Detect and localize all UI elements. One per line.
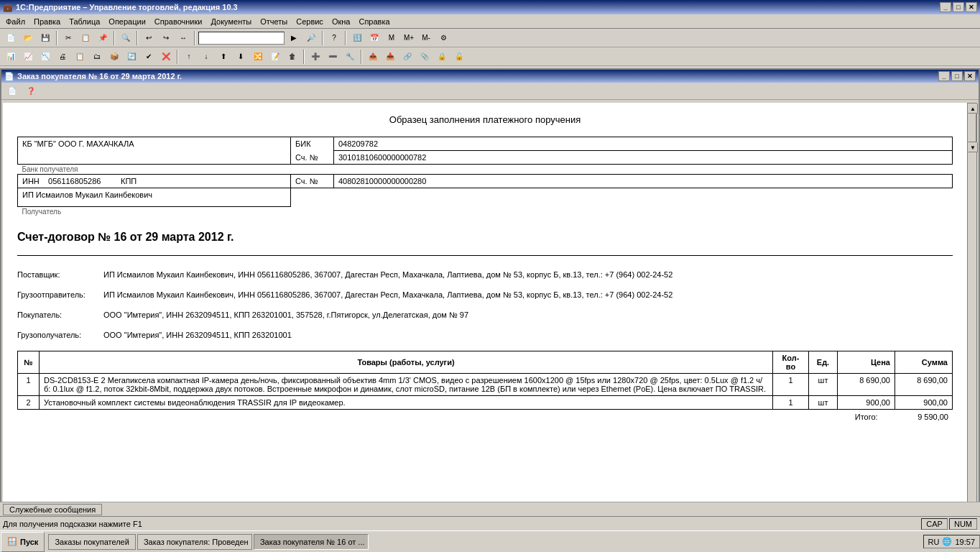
start-button[interactable]: 🪟 Пуск [1, 532, 45, 552]
supplier-value: ИП Исмаилов Мукаил Каинбекович, ИНН 0561… [103, 267, 953, 282]
doc-minimize[interactable]: _ [938, 71, 950, 81]
menu-windows[interactable]: Окна [328, 16, 355, 27]
recipient-name-cell: ИП Исмаилов Мукаил Каинбекович [18, 188, 291, 207]
extra-btn1[interactable]: ↔ [175, 30, 191, 46]
extra-btn3[interactable]: M+ [401, 30, 417, 46]
total-label: Итого: [855, 413, 878, 421]
tb2-btn10[interactable]: ❌ [158, 49, 174, 65]
copy-button[interactable]: 📋 [78, 30, 93, 46]
extra-btn2[interactable]: M [384, 30, 399, 46]
tb2-btn20[interactable]: 🔧 [342, 49, 358, 65]
doc-close[interactable]: ✕ [964, 71, 976, 81]
go-button[interactable]: ▶ [286, 30, 302, 46]
paste-button[interactable]: 📌 [95, 30, 111, 46]
tb2-btn11[interactable]: ↑ [181, 49, 197, 65]
scroll-up-button[interactable]: ▲ [968, 104, 978, 114]
tb2-btn19[interactable]: ➖ [325, 49, 341, 65]
buyer-value: ООО "Имтерия", ИНН 2632094511, КПП 26320… [103, 308, 953, 322]
doc-icon-btn[interactable]: 📄 [4, 83, 20, 99]
service-messages-bar: Служебные сообщения [0, 502, 980, 516]
tb2-btn14[interactable]: ⬇ [233, 49, 249, 65]
doc-help-btn[interactable]: ❓ [23, 83, 39, 99]
tb2-btn23[interactable]: 🔗 [399, 49, 415, 65]
bik-label-cell: БИК [291, 137, 334, 151]
separator-3 [137, 31, 138, 45]
doc-content-area[interactable]: Образец заполнения платежного поручения … [3, 103, 967, 520]
redo-button[interactable]: ↪ [158, 30, 174, 46]
service-messages-button[interactable]: Служебные сообщения [3, 504, 102, 515]
close-button[interactable]: ✕ [966, 2, 977, 12]
menu-file[interactable]: Файл [1, 16, 29, 27]
document-window: 📄 Заказ покупателя № 16 от 29 марта 2012… [0, 68, 980, 523]
scroll-down-button[interactable]: ▼ [968, 142, 978, 152]
tb2-btn3[interactable]: 📉 [37, 49, 53, 65]
save-button[interactable]: 💾 [37, 30, 53, 46]
doc-toolbar: 📄 ❓ [1, 83, 979, 100]
window-controls[interactable]: _ □ ✕ [940, 2, 977, 12]
menu-operations[interactable]: Операции [104, 16, 149, 27]
minimize-button[interactable]: _ [940, 2, 951, 12]
tb2-btn17[interactable]: 🗑 [285, 49, 300, 65]
help-button[interactable]: ? [326, 30, 342, 46]
shipper-label: Грузоотправитель: [17, 288, 103, 302]
tb2-btn25[interactable]: 🔒 [434, 49, 450, 65]
menu-service[interactable]: Сервис [292, 16, 328, 27]
scroll-thumb[interactable] [968, 114, 976, 142]
table-row: 2 Установочный комплект системы видеонаб… [18, 396, 953, 410]
system-tray: RU 🌐 19:57 [923, 535, 980, 548]
tb2-btn1[interactable]: 📊 [3, 49, 19, 65]
bank-recipient-label: Банк получателя [18, 165, 291, 175]
total-row: Итого: 9 590,00 [17, 410, 953, 424]
taskbar-item-1[interactable]: Заказы покупателей [48, 534, 136, 550]
items-table: № Товары (работы, услуги) Кол-во Ед. Цен… [17, 351, 953, 410]
search2-button[interactable]: 🔎 [303, 30, 319, 46]
menu-edit[interactable]: Правка [29, 16, 65, 27]
calc-button[interactable]: 🔢 [349, 30, 365, 46]
taskbar-item-3[interactable]: Заказ покупателя № 16 от ... [254, 534, 369, 550]
search-input[interactable] [198, 32, 285, 45]
tb2-btn24[interactable]: 📎 [417, 49, 433, 65]
new-button[interactable]: 📄 [3, 30, 19, 46]
tb2-btn5[interactable]: 📋 [72, 49, 88, 65]
open-button[interactable]: 📂 [20, 30, 36, 46]
tb2-btn21[interactable]: 📤 [365, 49, 381, 65]
row1-unit: шт [809, 374, 838, 396]
extra-btn4[interactable]: M- [418, 30, 434, 46]
calendar-button[interactable]: 📅 [366, 30, 382, 46]
tb2-btn15[interactable]: 🔀 [250, 49, 266, 65]
app-title: 💼 1С:Предприятие – Управление торговлей,… [3, 3, 238, 12]
tb2-btn16[interactable]: 📝 [267, 49, 283, 65]
menu-reports[interactable]: Отчеты [256, 16, 292, 27]
taskbar-item-2[interactable]: Заказ покупателя: Проведен [137, 534, 252, 550]
tb2-btn12[interactable]: ↓ [198, 49, 214, 65]
menu-table[interactable]: Таблица [65, 16, 104, 27]
payment-table: КБ "МГБ" ООО Г. МАХАЧКАЛА БИК 048209782 … [17, 137, 953, 216]
tb2-btn9[interactable]: ✔ [141, 49, 157, 65]
tb2-btn18[interactable]: ➕ [308, 49, 323, 65]
search-button[interactable]: 🔍 [118, 30, 134, 46]
doc-maximize[interactable]: □ [951, 71, 963, 81]
tb2-btn6[interactable]: 🗂 [89, 49, 105, 65]
cut-button[interactable]: ✂ [60, 30, 76, 46]
row1-desc: DS-2CD8153-E 2 Мегапиксела компактная IP… [40, 374, 773, 396]
tb2-btn8[interactable]: 🔄 [124, 49, 139, 65]
undo-button[interactable]: ↩ [141, 30, 157, 46]
doc-controls[interactable]: _ □ ✕ [938, 71, 976, 81]
bik-value-cell: 048209782 [334, 137, 953, 151]
tb2-btn26[interactable]: 🔓 [451, 49, 467, 65]
tb2-btn2[interactable]: 📈 [20, 49, 36, 65]
maximize-button[interactable]: □ [953, 2, 964, 12]
tb2-btn13[interactable]: ⬆ [216, 49, 231, 65]
menu-help[interactable]: Справка [354, 16, 394, 27]
menu-documents[interactable]: Документы [206, 16, 256, 27]
tb2-btn7[interactable]: 📦 [106, 49, 122, 65]
vertical-scrollbar[interactable]: ▲ ▼ [967, 103, 977, 520]
menu-references[interactable]: Справочники [150, 16, 207, 27]
col-price: Цена [838, 351, 895, 374]
tb2-btn4[interactable]: 🖨 [55, 49, 70, 65]
separator-2 [114, 31, 115, 45]
row2-price: 900,00 [838, 396, 895, 410]
row1-num: 1 [18, 374, 40, 396]
tb2-btn22[interactable]: 📥 [382, 49, 398, 65]
settings-button[interactable]: ⚙ [435, 30, 451, 46]
